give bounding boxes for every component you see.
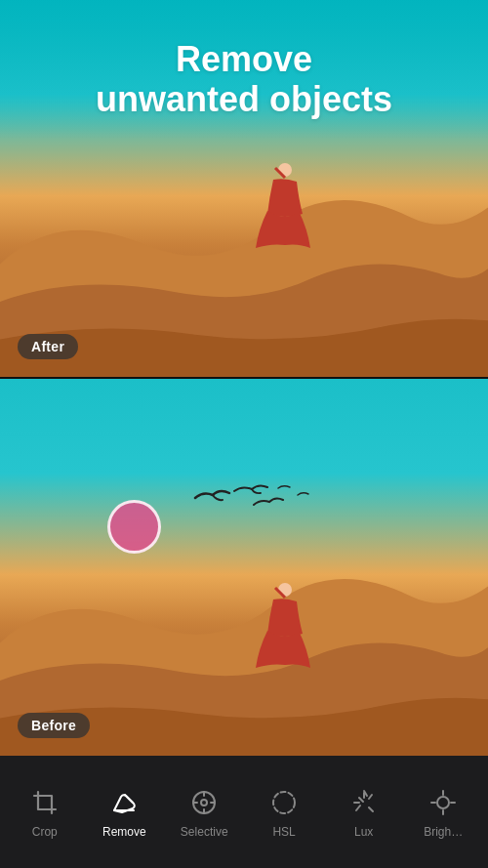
figure-before [254,580,312,673]
after-photo: Remove unwanted objects [0,0,488,377]
selection-circle [107,500,161,554]
app: Remove unwanted objects [0,0,488,868]
before-photo: Before [0,379,488,756]
lux-icon [347,786,381,819]
after-badge: After [18,334,78,359]
svg-point-20 [437,797,449,808]
hsl-icon [267,786,301,819]
header: Remove unwanted objects [0,0,488,140]
svg-line-14 [369,795,372,799]
brightness-label: Brigh… [424,825,463,839]
tool-remove[interactable]: Remove [95,778,153,847]
hero-title: Remove unwanted objects [0,39,488,120]
brightness-icon [427,786,460,819]
svg-line-16 [359,798,363,802]
crop-icon [28,786,61,819]
toolbar: Crop Remove [0,756,488,868]
tool-hsl[interactable]: HSL [255,778,313,847]
before-badge: Before [18,713,90,738]
svg-line-15 [356,806,360,810]
svg-point-12 [273,792,295,813]
svg-line-5 [125,795,133,803]
figure-after [254,160,312,253]
tool-crop[interactable]: Crop [16,778,74,847]
images-area: Remove unwanted objects [0,0,488,756]
birds [137,474,332,527]
selective-label: Selective [181,825,228,839]
remove-label: Remove [102,825,146,839]
tool-selective[interactable]: Selective [175,778,234,847]
after-panel: Remove unwanted objects [0,0,488,377]
lux-label: Lux [354,825,373,839]
svg-point-7 [201,800,207,806]
svg-line-17 [369,807,373,811]
before-panel: Before [0,379,488,756]
hsl-label: HSL [272,825,295,839]
tool-lux[interactable]: Lux [335,778,393,847]
selective-icon [187,786,221,819]
eraser-icon [107,786,141,819]
tool-brightness[interactable]: Brigh… [414,778,472,847]
crop-label: Crop [32,825,58,839]
